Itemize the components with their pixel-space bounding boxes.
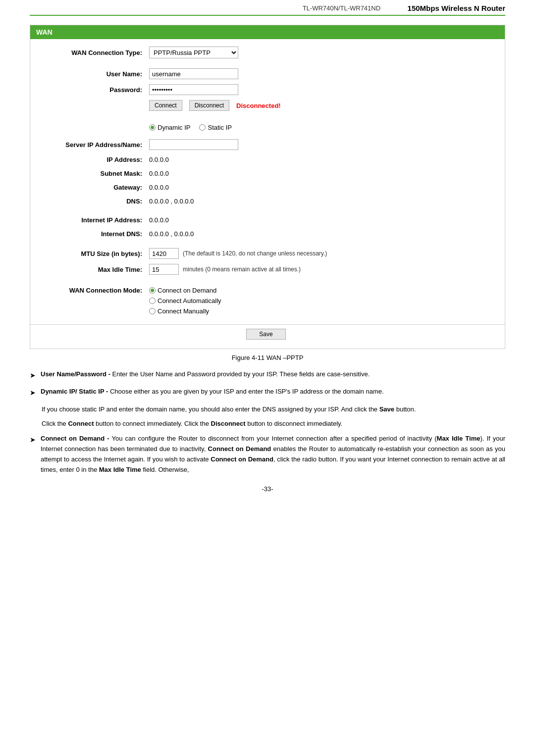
ip-address-label: IP Address: xyxy=(40,156,149,163)
bullet-3-text: Connect on Demand - You can configure th… xyxy=(41,434,505,475)
username-value xyxy=(149,68,495,79)
bullet-2-content: Choose either as you are given by your I… xyxy=(110,388,384,395)
subnet-mask-row: Subnet Mask: 0.0.0.0 xyxy=(30,166,505,180)
subnet-mask-value: 0.0.0.0 xyxy=(149,170,495,177)
internet-dns-row: Internet DNS: 0.0.0.0 , 0.0.0.0 xyxy=(30,227,505,241)
wan-connection-mode-row: WAN Connection Mode: Connect on Demand C… xyxy=(30,282,505,319)
bullet-1-text: User Name/Password - Enter the User Name… xyxy=(41,369,505,380)
password-input[interactable] xyxy=(149,84,238,95)
wan-body: WAN Connection Type: PPTP/Russia PPTP Us… xyxy=(30,39,505,349)
ip-type-options: Dynamic IP Static IP xyxy=(149,121,495,134)
bullet-2-arrow: ➤ xyxy=(30,387,36,398)
ip-type-row: Dynamic IP Static IP xyxy=(30,118,505,137)
static-ip-option[interactable]: Static IP xyxy=(199,124,231,131)
indent-2-bold2: Disconnect xyxy=(211,420,246,427)
page-header: TL-WR740N/TL-WR741ND 150Mbps Wireless N … xyxy=(0,0,535,15)
subnet-mask-label: Subnet Mask: xyxy=(40,170,149,177)
username-label: User Name: xyxy=(40,70,149,78)
dynamic-ip-option[interactable]: Dynamic IP xyxy=(149,124,190,131)
connect-automatically-option[interactable]: Connect Automatically xyxy=(149,297,495,304)
connect-button[interactable]: Connect xyxy=(149,100,182,111)
internet-ip-value: 0.0.0.0 xyxy=(149,216,495,224)
bullet-3-bold4: Connect on Demand xyxy=(211,455,273,463)
connect-manually-radio[interactable] xyxy=(149,308,156,314)
connection-type-value: PPTP/Russia PPTP xyxy=(149,47,495,58)
save-button[interactable]: Save xyxy=(246,329,286,340)
connect-on-demand-option[interactable]: Connect on Demand xyxy=(149,287,495,294)
server-ip-row: Server IP Address/Name: xyxy=(30,137,505,152)
max-idle-value-area: minutes (0 means remain active at all ti… xyxy=(149,264,495,275)
password-value xyxy=(149,84,495,95)
bullet-3-content1: You can configure the Router to disconne… xyxy=(111,435,436,442)
connect-manually-option[interactable]: Connect Manually xyxy=(149,307,495,315)
internet-ip-row: Internet IP Address: 0.0.0.0 xyxy=(30,213,505,227)
server-ip-label: Server IP Address/Name: xyxy=(40,141,149,149)
wan-connection-mode-options: Connect on Demand Connect Automatically … xyxy=(149,285,495,317)
bullet-2: ➤ Dynamic IP/ Static IP - Choose either … xyxy=(30,387,505,398)
indent-1-text1: If you choose static IP and enter the do… xyxy=(42,405,379,413)
connection-type-row: WAN Connection Type: PPTP/Russia PPTP xyxy=(30,44,505,61)
save-row: Save xyxy=(30,324,505,344)
internet-dns-value: 0.0.0.0 , 0.0.0.0 xyxy=(149,230,495,238)
password-row: Password: xyxy=(30,82,505,98)
connection-type-select[interactable]: PPTP/Russia PPTP xyxy=(149,47,238,58)
connect-automatically-label: Connect Automatically xyxy=(158,297,221,304)
max-idle-label: Max Idle Time: xyxy=(40,266,149,273)
indent-1-text2: button. xyxy=(394,405,416,413)
dns-label: DNS: xyxy=(40,198,149,205)
bullet-3: ➤ Connect on Demand - You can configure … xyxy=(30,434,505,475)
dns-row: DNS: 0.0.0.0 , 0.0.0.0 xyxy=(30,194,505,208)
indent-2-text2: button to connect immediately. Click the xyxy=(94,420,211,427)
dynamic-ip-radio[interactable] xyxy=(149,124,156,131)
header-separator xyxy=(390,4,397,12)
connect-on-demand-label: Connect on Demand xyxy=(158,287,216,294)
server-ip-value xyxy=(149,139,495,150)
indent-2-bold1: Connect xyxy=(68,420,94,427)
model-label: TL-WR740N/TL-WR741ND xyxy=(303,4,380,12)
bullet-1-arrow: ➤ xyxy=(30,370,36,381)
bullet-1: ➤ User Name/Password - Enter the User Na… xyxy=(30,369,505,381)
static-ip-label: Static IP xyxy=(208,124,231,131)
gateway-value: 0.0.0.0 xyxy=(149,184,495,191)
mtu-input[interactable] xyxy=(149,248,179,259)
max-idle-note: minutes (0 means remain active at all ti… xyxy=(183,266,301,273)
connection-type-label: WAN Connection Type: xyxy=(40,49,149,56)
bullet-2-text: Dynamic IP/ Static IP - Choose either as… xyxy=(41,387,505,397)
figure-caption: Figure 4-11 WAN –PPTP xyxy=(0,354,535,361)
content-area: ➤ User Name/Password - Enter the User Na… xyxy=(30,369,505,475)
connect-manually-label: Connect Manually xyxy=(158,307,209,315)
username-input[interactable] xyxy=(149,68,238,79)
internet-ip-label: Internet IP Address: xyxy=(40,216,149,224)
bullet-3-bold5: Max Idle Time xyxy=(99,466,141,473)
internet-dns-label: Internet DNS: xyxy=(40,230,149,238)
bullet-3-arrow: ➤ xyxy=(30,434,36,445)
connect-on-demand-radio[interactable] xyxy=(149,287,156,294)
mtu-value-area: (The default is 1420, do not change unle… xyxy=(149,248,495,259)
indent-2-text3: button to disconnect immediately. xyxy=(246,420,343,427)
ip-address-row: IP Address: 0.0.0.0 xyxy=(30,152,505,166)
page-number: -33- xyxy=(0,485,535,493)
server-ip-input[interactable] xyxy=(149,139,238,150)
wan-panel: WAN WAN Connection Type: PPTP/Russia PPT… xyxy=(30,25,505,349)
gateway-label: Gateway: xyxy=(40,184,149,191)
ip-address-value: 0.0.0.0 xyxy=(149,156,495,163)
disconnect-button[interactable]: Disconnect xyxy=(189,100,229,111)
bullet-2-bold: Dynamic IP/ Static IP - xyxy=(41,388,108,395)
wan-title: WAN xyxy=(30,25,505,39)
bullet-3-bold3: Connect on Demand xyxy=(208,445,271,453)
bullet-1-content: Enter the User Name and Password provide… xyxy=(112,370,370,378)
connect-row: Connect Disconnect Disconnected! xyxy=(30,98,505,113)
mtu-row: MTU Size (in bytes): (The default is 142… xyxy=(30,246,505,261)
connect-automatically-radio[interactable] xyxy=(149,298,156,304)
product-label: 150Mbps Wireless N Router xyxy=(408,4,505,12)
bullet-3-bold2: Max Idle Time xyxy=(437,435,481,442)
max-idle-input[interactable] xyxy=(149,264,179,275)
bullet-3-bold: Connect on Demand - xyxy=(41,435,109,442)
indent-para-1: If you choose static IP and enter the do… xyxy=(42,404,505,415)
static-ip-radio[interactable] xyxy=(199,124,206,131)
username-row: User Name: xyxy=(30,66,505,82)
wan-connection-mode-label: WAN Connection Mode: xyxy=(40,285,149,294)
dns-value: 0.0.0.0 , 0.0.0.0 xyxy=(149,198,495,205)
mtu-label: MTU Size (in bytes): xyxy=(40,250,149,257)
indent-para-2: Click the Connect button to connect imme… xyxy=(42,419,505,429)
